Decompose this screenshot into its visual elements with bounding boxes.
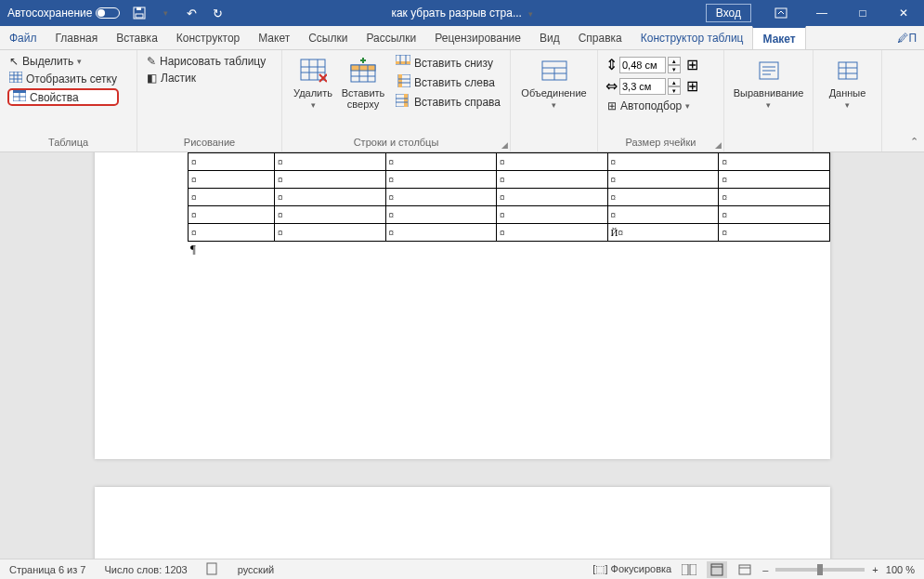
tab-references[interactable]: Ссылки — [299, 26, 357, 49]
svg-rect-50 — [682, 564, 688, 575]
alignment-button[interactable]: Выравнивание▾ — [732, 54, 805, 133]
zoom-out-button[interactable]: – — [762, 564, 768, 575]
row-height-input[interactable]: ⇕▴▾⊞ — [605, 56, 698, 73]
svg-rect-49 — [207, 563, 216, 574]
table-cell[interactable]: ¤ — [189, 206, 275, 224]
autofit-button[interactable]: ⊞Автоподбор ▾ — [605, 99, 698, 113]
properties-icon — [13, 90, 26, 104]
tab-insert[interactable]: Вставка — [107, 26, 167, 49]
select-button[interactable]: ↖Выделить ▾ — [7, 54, 119, 69]
print-layout-button[interactable] — [707, 561, 727, 578]
table-cell[interactable]: ¤ — [719, 153, 830, 171]
tab-table-design[interactable]: Конструктор таблиц — [631, 26, 753, 49]
table-cell[interactable]: ¤ — [189, 189, 275, 206]
group-draw: ✎Нарисовать таблицу ◧Ластик Рисование — [137, 50, 282, 151]
table-cell[interactable]: ¤ — [189, 153, 275, 171]
table-cell[interactable]: ¤ — [719, 206, 830, 224]
collapse-ribbon-button[interactable]: ⌃ — [910, 136, 918, 148]
table-cell[interactable]: ¤ — [719, 224, 830, 242]
zoom-slider[interactable] — [775, 568, 865, 572]
size-launcher[interactable]: ◢ — [715, 140, 722, 150]
table-cell[interactable]: ¤ — [607, 189, 719, 206]
table-cell[interactable]: ¤ — [275, 206, 385, 224]
tab-review[interactable]: Рецензирование — [425, 26, 530, 49]
document-area[interactable]: ¤¤¤¤¤¤¤¤¤¤¤¤¤¤¤¤¤¤¤¤¤¤¤¤¤¤¤¤Й¤¤ ¶ ¶ — [0, 152, 924, 559]
tab-help[interactable]: Справка — [569, 26, 631, 49]
table-cell[interactable]: ¤ — [385, 153, 496, 171]
distribute-rows-button[interactable]: ⊞ — [686, 56, 698, 73]
table-cell[interactable]: ¤ — [607, 206, 719, 224]
status-bar: Страница 6 из 7 Число слов: 1203 русский… — [0, 559, 924, 579]
table-cell[interactable]: Й¤ — [607, 224, 719, 242]
delete-button[interactable]: Удалить▾ — [290, 54, 336, 133]
table-cell[interactable]: ¤ — [497, 171, 607, 189]
merge-button[interactable]: Объединение▾ — [518, 54, 590, 133]
tab-table-layout[interactable]: Макет — [752, 26, 805, 49]
table-cell[interactable]: ¤ — [497, 189, 607, 206]
table-cell[interactable]: ¤ — [497, 153, 607, 171]
insert-below-button[interactable]: Вставить снизу — [394, 54, 502, 72]
align-icon — [758, 56, 780, 86]
undo-button[interactable]: ↶ — [181, 3, 202, 23]
focus-mode-button[interactable]: [⬚] Фокусировка — [592, 563, 671, 575]
maximize-button[interactable]: □ — [842, 0, 883, 26]
table-cell[interactable]: ¤ — [385, 206, 496, 224]
table-cell[interactable]: ¤ — [275, 153, 385, 171]
table-cell[interactable]: ¤ — [607, 153, 719, 171]
table-cell[interactable]: ¤ — [275, 189, 385, 206]
web-layout-button[interactable] — [735, 561, 755, 578]
save-button[interactable] — [129, 3, 150, 23]
table-cell[interactable]: ¤ — [385, 171, 496, 189]
rc-launcher[interactable]: ◢ — [501, 140, 508, 150]
redo-button[interactable]: ↻ — [207, 3, 228, 23]
ribbon-options-button[interactable] — [761, 0, 801, 26]
table-cell[interactable]: ¤ — [719, 171, 830, 189]
col-width-input[interactable]: ⇔▴▾⊞ — [605, 77, 698, 95]
insert-left-button[interactable]: Вставить слева — [394, 73, 502, 91]
tab-view[interactable]: Вид — [530, 26, 569, 49]
insert-right-button[interactable]: Вставить справа — [394, 93, 502, 111]
svg-rect-54 — [739, 565, 750, 574]
group-label-draw: Рисование — [145, 133, 274, 151]
status-page[interactable]: Страница 6 из 7 — [0, 564, 95, 575]
status-proofing[interactable] — [197, 562, 228, 577]
distribute-cols-button[interactable]: ⊞ — [686, 77, 698, 95]
close-button[interactable]: ✕ — [883, 0, 924, 26]
properties-button[interactable]: Свойства — [7, 88, 119, 106]
insert-above-button[interactable]: Вставить сверху — [340, 54, 386, 133]
word-table[interactable]: ¤¤¤¤¤¤¤¤¤¤¤¤¤¤¤¤¤¤¤¤¤¤¤¤¤¤¤¤Й¤¤ — [188, 152, 830, 242]
tab-design[interactable]: Конструктор — [167, 26, 249, 49]
draw-table-button[interactable]: ✎Нарисовать таблицу — [145, 54, 267, 69]
zoom-level[interactable]: 100 % — [886, 564, 915, 575]
login-button[interactable]: Вход — [706, 4, 751, 22]
group-table: ↖Выделить ▾ Отобразить сетку Свойства Та… — [0, 50, 137, 151]
table-cell[interactable]: ¤ — [719, 189, 830, 206]
status-words[interactable]: Число слов: 1203 — [95, 564, 196, 575]
table-cell[interactable]: ¤ — [275, 224, 385, 242]
qat-dropdown[interactable]: ▾ — [155, 3, 176, 23]
svg-rect-10 — [13, 90, 26, 93]
table-cell[interactable]: ¤ — [607, 171, 719, 189]
table-cell[interactable]: ¤ — [385, 224, 496, 242]
data-button[interactable]: Данные▾ — [821, 54, 874, 133]
table-cell[interactable]: ¤ — [275, 171, 385, 189]
table-cell[interactable]: ¤ — [385, 189, 496, 206]
tab-layout[interactable]: Макет — [249, 26, 299, 49]
title-bar: Автосохранение ▾ ↶ ↻ как убрать разрыв с… — [0, 0, 924, 26]
share-button[interactable]: 🖉 П — [890, 26, 924, 49]
table-cell[interactable]: ¤ — [497, 224, 607, 242]
table-cell[interactable]: ¤ — [189, 171, 275, 189]
autosave-toggle[interactable]: Автосохранение — [7, 7, 120, 20]
tab-file[interactable]: Файл — [0, 26, 46, 49]
minimize-button[interactable]: — — [801, 0, 842, 26]
table-cell[interactable]: ¤ — [189, 224, 275, 242]
view-gridlines-button[interactable]: Отобразить сетку — [7, 71, 119, 86]
table-cell[interactable]: ¤ — [497, 206, 607, 224]
eraser-button[interactable]: ◧Ластик — [145, 71, 267, 86]
svg-rect-21 — [351, 65, 375, 71]
status-language[interactable]: русский — [228, 564, 283, 575]
tab-home[interactable]: Главная — [46, 26, 108, 49]
read-mode-button[interactable] — [679, 561, 699, 578]
tab-mailings[interactable]: Рассылки — [357, 26, 425, 49]
zoom-in-button[interactable]: + — [872, 564, 878, 575]
